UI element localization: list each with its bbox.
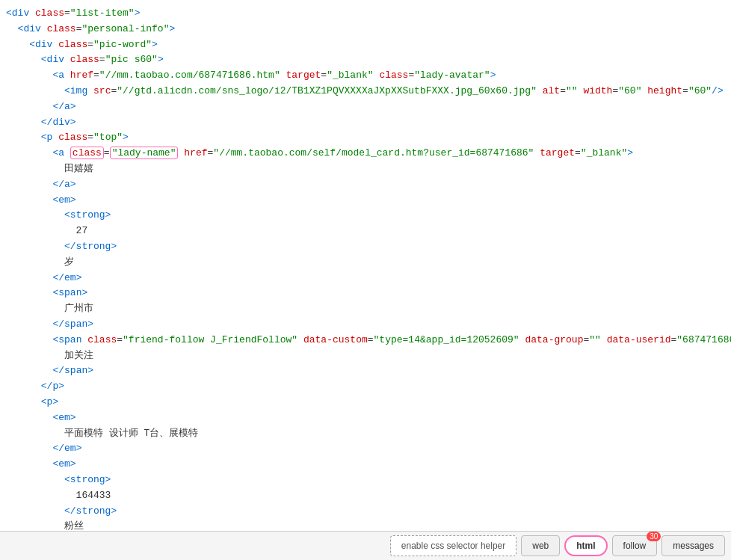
code-line-14: <strong> <box>0 208 731 224</box>
code-line-5: <a href="//mm.taobao.com/687471686.htm" … <box>0 68 731 84</box>
code-line-21: </span> <box>0 317 731 333</box>
code-line-19: <span> <box>0 286 731 301</box>
web-button[interactable]: web <box>521 535 560 556</box>
code-line-4: <div class="pic s60"> <box>0 52 731 68</box>
code-line-7: </a> <box>0 99 731 115</box>
code-line-16: </strong> <box>0 239 731 255</box>
code-line-25: </p> <box>0 379 731 395</box>
code-line-3: <div class="pic-word"> <box>0 37 731 53</box>
code-line-26: <p> <box>0 395 731 410</box>
html-button[interactable]: html <box>564 535 607 556</box>
code-line-20: 广州市 <box>0 301 731 317</box>
bottom-toolbar: enable css selector helper web html foll… <box>0 531 731 560</box>
code-line-30: <em> <box>0 457 731 473</box>
code-line-24: </span> <box>0 363 731 379</box>
code-line-13: <em> <box>0 193 731 209</box>
code-line-22: <span class="friend-follow J_FriendFollo… <box>0 333 731 348</box>
code-line-18: </em> <box>0 271 731 286</box>
code-line-6: <img src="//gtd.alicdn.com/sns_logo/i2/T… <box>0 84 731 99</box>
code-line-10: <a class="lady-name" href="//mm.taobao.c… <box>0 146 731 161</box>
code-line-33: </strong> <box>0 504 731 520</box>
follow-button[interactable]: follow 30 <box>612 535 658 556</box>
messages-button[interactable]: messages <box>661 535 725 556</box>
code-line-23: 加关注 <box>0 348 731 364</box>
code-line-1: <div class="list-item"> <box>0 6 731 22</box>
code-line-2: <div class="personal-info"> <box>0 22 731 37</box>
code-line-17: 岁 <box>0 255 731 271</box>
code-line-8: </div> <box>0 115 731 131</box>
code-line-34: 粉丝 <box>0 519 731 531</box>
css-helper-button[interactable]: enable css selector helper <box>390 535 516 556</box>
code-line-31: <strong> <box>0 473 731 488</box>
follow-badge: 30 <box>647 532 661 541</box>
code-line-27: <em> <box>0 410 731 426</box>
code-line-15: 27 <box>0 224 731 239</box>
code-line-28: 平面模特 设计师 T台、展模特 <box>0 426 731 442</box>
follow-label: follow <box>623 541 647 551</box>
code-line-29: </em> <box>0 441 731 457</box>
code-line-12: </a> <box>0 177 731 193</box>
code-line-9: <p class="top"> <box>0 130 731 146</box>
code-line-32: 164433 <box>0 488 731 504</box>
code-area: <div class="list-item"> <div class="pers… <box>0 0 731 531</box>
code-line-11: 田嬉嬉 <box>0 161 731 177</box>
